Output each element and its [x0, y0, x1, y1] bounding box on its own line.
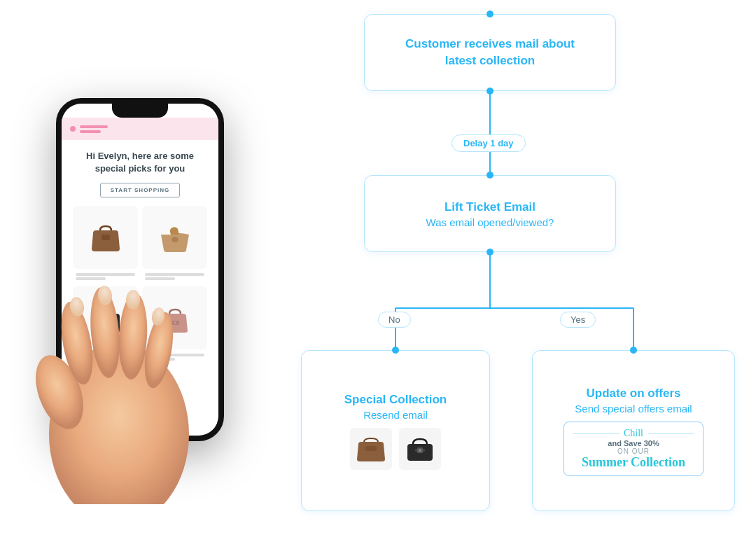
- bag-brown-icon: [88, 222, 124, 253]
- summer-text: Summer Collection: [573, 455, 694, 470]
- info-line-1: [76, 273, 135, 276]
- dot-top: [486, 11, 493, 18]
- flow-box-top: Customer receives mail about latest coll…: [364, 14, 616, 91]
- status-line: [80, 125, 108, 128]
- box-top-title: Customer receives mail about: [405, 36, 575, 53]
- phone-notch: [112, 104, 168, 118]
- flow-box-left: Special Collection Resend email: [301, 350, 490, 511]
- bag-pink-icon: [157, 303, 193, 333]
- product-info-4: [142, 352, 207, 363]
- phone-greeting: Hi Evelyn, here are some special picks f…: [70, 150, 210, 175]
- info-line-5: [76, 354, 135, 356]
- svg-point-5: [104, 319, 107, 322]
- flow-box-right: Update on offers Send special offers ema…: [532, 350, 735, 511]
- status-line-2: [80, 130, 101, 133]
- box-right-subtitle: Send special offers email: [575, 403, 692, 415]
- box-right-title: Update on offers: [586, 385, 680, 402]
- info-line-2: [76, 277, 106, 280]
- info-line-6: [76, 358, 106, 361]
- box-left-title: Special Collection: [344, 391, 447, 408]
- mini-products-left: [350, 428, 441, 470]
- chill-text: Chill: [624, 428, 643, 439]
- svg-point-7: [174, 321, 176, 324]
- dot-top-bottom: [486, 88, 493, 95]
- mini-bag-brown: [350, 428, 392, 470]
- mini-bag-brown-icon: [356, 436, 386, 462]
- chill-line-left: [573, 433, 620, 434]
- dot-left-top: [392, 347, 399, 354]
- product-info-1: [73, 271, 138, 282]
- product-card-2: [142, 206, 207, 269]
- svg-rect-25: [365, 446, 377, 451]
- phone-body: Hi Evelyn, here are some special picks f…: [56, 98, 224, 441]
- bag-tan-icon: [157, 222, 193, 253]
- chill-card: Chill and Save 30% ON OUR Summer Collect…: [564, 422, 704, 476]
- box-left-subtitle: Resend email: [363, 409, 428, 421]
- info-line-3: [145, 273, 204, 276]
- status-dot: [70, 126, 76, 132]
- phone-screen: Hi Evelyn, here are some special picks f…: [62, 104, 218, 436]
- chill-line-right: [648, 433, 694, 434]
- product-item-2: [142, 206, 207, 282]
- save-text: and Save 30%: [573, 439, 694, 447]
- on-our-text: ON OUR: [573, 447, 694, 455]
- product-card-1: [73, 206, 138, 269]
- bag-black-icon: [88, 303, 124, 333]
- product-item-1: [73, 206, 138, 282]
- dot-middle-top: [486, 172, 493, 179]
- phone-mockup: Hi Evelyn, here are some special picks f…: [21, 42, 259, 504]
- dot-middle-bottom: [486, 249, 493, 256]
- info-line-4: [145, 277, 175, 280]
- mini-bag-black: [399, 428, 441, 470]
- svg-point-29: [419, 449, 421, 452]
- box-top-subtitle: latest collection: [445, 53, 535, 69]
- box-middle-title: Lift Ticket Email: [444, 199, 536, 216]
- phone-cta-button[interactable]: START SHOPPING: [100, 183, 181, 197]
- phone-content: Hi Evelyn, here are some special picks f…: [62, 140, 218, 370]
- svg-point-1: [172, 237, 178, 242]
- phone-status-bar: [62, 118, 218, 140]
- dot-right-top: [630, 347, 637, 354]
- branch-yes-label: Yes: [560, 312, 596, 328]
- info-line-7: [145, 354, 204, 356]
- chill-label: Chill: [573, 428, 694, 439]
- product-info-3: [73, 352, 138, 363]
- product-info-2: [142, 271, 207, 282]
- flowchart: Customer receives mail about latest coll…: [301, 7, 742, 542]
- mini-bag-black-icon: [405, 436, 435, 462]
- status-lines: [80, 125, 108, 133]
- svg-rect-0: [102, 235, 110, 240]
- branch-no-label: No: [378, 312, 411, 328]
- box-middle-subtitle: Was email opened/viewed?: [426, 216, 554, 228]
- product-item-3: [73, 286, 138, 363]
- phone-products-grid: [70, 206, 210, 363]
- product-item-4: [142, 286, 207, 363]
- delay-badge: Delay 1 day: [451, 134, 526, 152]
- info-line-8: [145, 358, 175, 361]
- product-card-4: [142, 286, 207, 349]
- product-card-3: [73, 286, 138, 349]
- flow-box-middle: Lift Ticket Email Was email opened/viewe…: [364, 175, 616, 252]
